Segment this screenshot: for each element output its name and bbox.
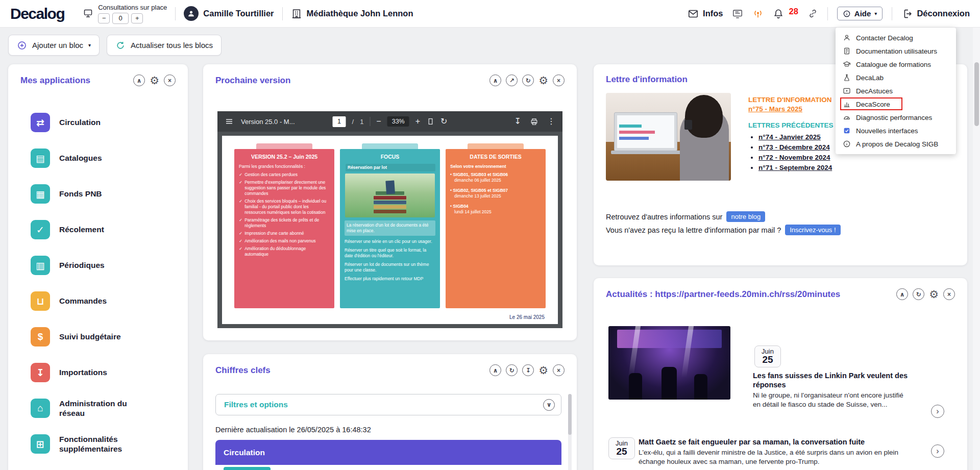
open-news-button[interactable]: › bbox=[931, 405, 944, 418]
close-button[interactable]: × bbox=[553, 364, 565, 376]
collapse-button[interactable]: ∧ bbox=[133, 75, 145, 86]
consultations-decrement-button[interactable]: − bbox=[98, 13, 110, 23]
page-scrollbar[interactable] bbox=[973, 28, 980, 470]
poster-focus-title: FOCUS bbox=[345, 154, 435, 160]
refresh-button[interactable]: ↻ bbox=[506, 364, 518, 376]
plus-circle-icon bbox=[17, 40, 27, 51]
popout-button[interactable]: ↗ bbox=[506, 75, 518, 86]
newsletter-link[interactable]: n°71 - Septembre 2024 bbox=[758, 164, 832, 171]
collapse-button[interactable]: ∧ bbox=[896, 288, 908, 300]
page-scrollbar-thumb[interactable] bbox=[974, 62, 979, 126]
add-block-button[interactable]: Ajouter un bloc ▾ bbox=[8, 35, 100, 56]
app-item-periodiques[interactable]: ▥ Périodiques bbox=[8, 248, 188, 283]
beacon-button[interactable] bbox=[752, 8, 764, 19]
circulation-subtab[interactable] bbox=[224, 467, 271, 470]
refresh-all-blocks-button[interactable]: Actualiser tous les blocs bbox=[107, 35, 222, 56]
app-item-fonctionnalites-supplementaires[interactable]: ⊞ Fonctionnalités supplémentaires bbox=[8, 426, 188, 462]
close-button[interactable]: × bbox=[943, 288, 955, 300]
feature-item: ✓Permettre d'exemplariser directement un… bbox=[239, 180, 330, 196]
circulation-section-header[interactable]: Circulation bbox=[215, 440, 561, 465]
app-item-fonds-pnb[interactable]: ▦ Fonds PNB bbox=[8, 176, 188, 212]
newsletter-link[interactable]: n°72 - Novembre 2024 bbox=[758, 154, 830, 161]
app-item-commandes[interactable]: ⊔ Commandes bbox=[8, 283, 188, 319]
newsletter-link[interactable]: n°74 - Janvier 2025 bbox=[758, 133, 821, 141]
news-image[interactable] bbox=[608, 326, 730, 400]
pdf-toolbar: Version 25.0 - M... / 1 − 33% + ↻ ↧ ⋮ bbox=[217, 111, 562, 132]
menu-item-contacter-decalog[interactable]: Contacter Decalog bbox=[836, 31, 956, 44]
collapse-button[interactable]: ∧ bbox=[489, 75, 501, 86]
menu-icon[interactable] bbox=[225, 117, 234, 126]
release-envs: SIGB01, SIGB03 et SIGB06 bbox=[453, 172, 508, 177]
logout-icon bbox=[901, 8, 913, 19]
key-figures-scrollbar[interactable] bbox=[568, 394, 572, 470]
poster-tab bbox=[256, 143, 312, 149]
logout-label: Déconnexion bbox=[917, 9, 970, 18]
pdf-download-button[interactable]: ↧ bbox=[514, 117, 521, 126]
infos-button[interactable]: Infos bbox=[688, 8, 723, 19]
print-icon[interactable] bbox=[530, 117, 538, 126]
consultations-stack: Consultations sur place − + bbox=[98, 4, 167, 24]
menu-item-documentation[interactable]: Documentation utilisateurs bbox=[836, 44, 956, 58]
expand-filters-button[interactable]: ∨ bbox=[543, 399, 555, 411]
menu-item-nouvelles-interfaces[interactable]: Nouvelles interfaces bbox=[836, 124, 956, 137]
menu-item-catalogue-formations[interactable]: Catalogue de formations bbox=[836, 58, 956, 71]
newsletter-links: LETTRE D'INFORMATION n°75 - Mars 2025 LE… bbox=[748, 93, 834, 181]
key-figures-controls: ∧ ↻ ↧ ⚙ × bbox=[489, 364, 565, 376]
poster-footer-date: Le 26 mai 2025 bbox=[509, 314, 545, 320]
more-options-icon[interactable]: ⋮ bbox=[547, 117, 555, 126]
app-item-suivi-budgetaire[interactable]: $ Suivi budgétaire bbox=[8, 319, 188, 355]
refresh-button[interactable]: ↻ bbox=[522, 75, 534, 86]
news-date-badge: Juin 25 bbox=[754, 345, 781, 367]
app-item-importations[interactable]: ↧ Importations bbox=[8, 355, 188, 390]
consultations-increment-button[interactable]: + bbox=[131, 13, 143, 23]
settings-gear-icon[interactable]: ⚙ bbox=[150, 75, 159, 86]
settings-gear-icon[interactable]: ⚙ bbox=[538, 365, 548, 376]
zoom-out-button[interactable]: − bbox=[376, 117, 381, 126]
menu-item-decastuces[interactable]: DecAstuces bbox=[836, 84, 956, 97]
app-item-recolement[interactable]: ✓ Récolement bbox=[8, 212, 188, 248]
subscribe-link-badge[interactable]: Inscrivez-vous ! bbox=[785, 225, 840, 235]
refresh-button[interactable]: ↻ bbox=[913, 288, 924, 300]
open-news-button[interactable]: › bbox=[931, 444, 944, 458]
app-item-label: Fonctionnalités supplémentaires bbox=[59, 434, 146, 454]
permalink-button[interactable] bbox=[807, 8, 818, 19]
pdf-page-input[interactable] bbox=[333, 116, 346, 127]
logout-button[interactable]: Déconnexion bbox=[901, 8, 970, 19]
menu-item-label: A propos de Decalog SIGB bbox=[856, 140, 938, 148]
menu-item-diagnostic-performances[interactable]: Diagnostic performances bbox=[836, 111, 956, 124]
aide-menu-button[interactable]: Aide ▾ bbox=[837, 7, 883, 20]
notifications-count: 28 bbox=[789, 7, 798, 16]
fit-page-icon[interactable] bbox=[426, 117, 434, 126]
download-button[interactable]: ↧ bbox=[522, 364, 534, 376]
news-item-title[interactable]: Les fans suisses de Linkin Park veulent … bbox=[753, 371, 910, 389]
consultations-count-input[interactable] bbox=[112, 13, 129, 24]
remote-assistance-button[interactable] bbox=[732, 8, 743, 19]
close-button[interactable]: × bbox=[164, 75, 176, 86]
rotate-icon[interactable]: ↻ bbox=[440, 117, 447, 126]
bullet-icon: • bbox=[450, 172, 452, 177]
app-item-circulation[interactable]: ⇄ Circulation bbox=[8, 105, 188, 140]
zoom-in-button[interactable]: + bbox=[415, 117, 420, 126]
current-newsletter-link[interactable]: n°75 - Mars 2025 bbox=[748, 105, 802, 113]
app-item-administration-reseau[interactable]: ⌂ Administration du réseau bbox=[8, 390, 188, 426]
notifications-button[interactable]: 28 bbox=[773, 8, 798, 19]
collapse-button[interactable]: ∧ bbox=[489, 364, 501, 376]
menu-item-a-propos[interactable]: A propos de Decalog SIGB bbox=[836, 137, 956, 151]
pdf-zoom-level[interactable]: 33% bbox=[387, 116, 409, 127]
newsletter-link[interactable]: n°73 - Décembre 2024 bbox=[758, 143, 830, 151]
close-button[interactable]: × bbox=[553, 75, 565, 86]
filters-accordion[interactable]: Filtres et options ∨ bbox=[215, 394, 561, 415]
current-library-menu[interactable]: Médiathèque John Lennon bbox=[291, 8, 413, 19]
settings-gear-icon[interactable]: ⚙ bbox=[538, 75, 548, 86]
blog-link-badge[interactable]: notre blog bbox=[726, 211, 765, 222]
news-date-badge: Juin 25 bbox=[608, 437, 635, 459]
previous-newsletters-label: LETTRES PRÉCÉDENTES bbox=[748, 121, 834, 129]
settings-gear-icon[interactable]: ⚙ bbox=[929, 289, 939, 300]
menu-item-decalab[interactable]: DecaLab bbox=[836, 71, 956, 84]
menu-item-decascore[interactable]: DecaScore bbox=[836, 97, 956, 111]
app-logo[interactable]: Decalog bbox=[10, 5, 64, 22]
current-user-menu[interactable]: Camille Tourtillier bbox=[184, 6, 274, 21]
news-item-title[interactable]: Matt Gaetz se fait engueuler par sa mama… bbox=[639, 437, 924, 447]
news-item: Matt Gaetz se fait engueuler par sa mama… bbox=[639, 437, 924, 466]
app-item-catalogues[interactable]: ▤ Catalogues bbox=[8, 140, 188, 176]
